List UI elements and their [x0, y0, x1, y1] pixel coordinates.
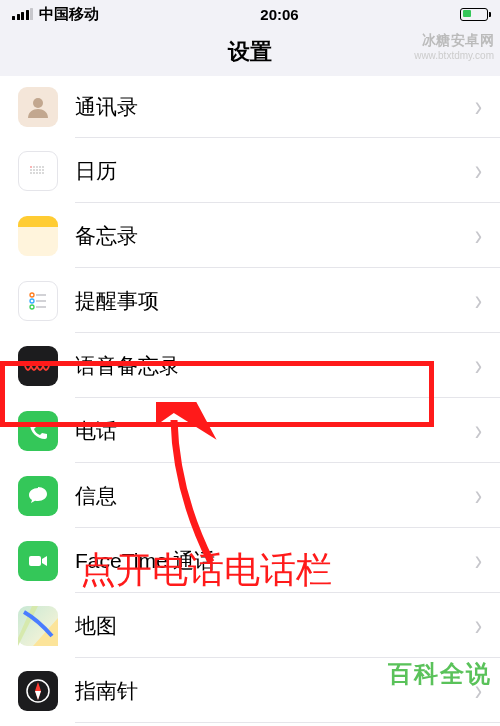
chevron-right-icon: ›	[475, 609, 482, 643]
svg-rect-23	[29, 556, 41, 566]
svg-point-15	[39, 172, 40, 173]
svg-point-0	[33, 98, 43, 108]
row-contacts[interactable]: 通讯录 ›	[0, 76, 500, 138]
chevron-right-icon: ›	[475, 479, 482, 513]
svg-point-17	[30, 293, 34, 297]
row-label: 备忘录	[75, 222, 475, 250]
chevron-right-icon: ›	[475, 284, 482, 318]
row-label: 语音备忘录	[75, 352, 475, 380]
phone-icon	[18, 411, 58, 451]
svg-point-16	[42, 172, 43, 173]
chevron-right-icon: ›	[475, 219, 482, 253]
contacts-icon	[18, 87, 58, 127]
watermark-bottom: 百科全说	[388, 658, 492, 690]
svg-point-12	[30, 172, 31, 173]
row-label: 通讯录	[75, 93, 475, 121]
status-left: 中国移动	[12, 5, 99, 24]
compass-icon	[18, 671, 58, 711]
row-phone[interactable]: 电话 ›	[0, 398, 500, 463]
svg-point-10	[39, 169, 40, 170]
svg-point-8	[33, 169, 34, 170]
status-right	[460, 8, 488, 21]
row-maps[interactable]: 地图 ›	[0, 593, 500, 658]
chevron-right-icon: ›	[475, 90, 482, 124]
svg-point-13	[33, 172, 34, 173]
row-label: 信息	[75, 482, 475, 510]
row-reminders[interactable]: 提醒事项 ›	[0, 268, 500, 333]
row-messages[interactable]: 信息 ›	[0, 463, 500, 528]
svg-point-9	[36, 169, 37, 170]
battery-icon	[460, 8, 488, 21]
row-label: 电话	[75, 417, 475, 445]
messages-icon	[18, 476, 58, 516]
row-label: 地图	[75, 612, 475, 640]
status-time: 20:06	[260, 6, 298, 23]
reminders-icon	[18, 281, 58, 321]
svg-point-5	[39, 166, 40, 167]
svg-point-21	[30, 305, 34, 309]
watermark-top-sub: www.btxtdmy.com	[414, 50, 494, 61]
svg-point-14	[36, 172, 37, 173]
svg-point-7	[30, 169, 31, 170]
svg-point-2	[30, 166, 31, 167]
chevron-right-icon: ›	[475, 154, 482, 188]
voicememos-icon	[18, 346, 58, 386]
svg-point-11	[42, 169, 43, 170]
status-bar: 中国移动 20:06	[0, 0, 500, 28]
row-notes[interactable]: 备忘录 ›	[0, 203, 500, 268]
carrier-label: 中国移动	[39, 5, 99, 24]
chevron-right-icon: ›	[475, 349, 482, 383]
calendar-icon	[18, 151, 58, 191]
chevron-right-icon: ›	[475, 414, 482, 448]
row-facetime[interactable]: FaceTime 通话 ›	[0, 528, 500, 593]
notes-icon	[18, 216, 58, 256]
svg-point-6	[42, 166, 43, 167]
chevron-right-icon: ›	[475, 544, 482, 578]
row-label: 提醒事项	[75, 287, 475, 315]
facetime-icon	[18, 541, 58, 581]
signal-icon	[12, 8, 33, 20]
row-calendar[interactable]: 日历 ›	[0, 138, 500, 203]
settings-list: 通讯录 › 日历 › 备忘录 › 提醒事项 ›	[0, 76, 500, 726]
svg-point-4	[36, 166, 37, 167]
svg-point-19	[30, 299, 34, 303]
row-label: 日历	[75, 157, 475, 185]
maps-icon	[18, 606, 58, 646]
row-label: FaceTime 通话	[75, 547, 475, 575]
watermark-top: 冰糖安卓网	[422, 32, 495, 50]
svg-point-3	[33, 166, 34, 167]
row-voicememos[interactable]: 语音备忘录 ›	[0, 333, 500, 398]
